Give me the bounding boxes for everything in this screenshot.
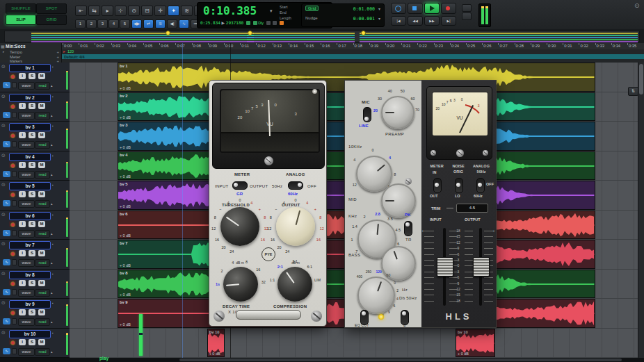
- track-playlist-icon[interactable]: ▴: [51, 349, 53, 354]
- track-i-button[interactable]: I: [19, 103, 26, 109]
- ruler-tick-label[interactable]: 0:11: [241, 44, 249, 48]
- track-m-button[interactable]: M: [38, 250, 45, 256]
- ruler-tick-label[interactable]: 0:10: [225, 44, 233, 48]
- track-name[interactable]: bv 4: [9, 153, 51, 161]
- stop-button[interactable]: [408, 3, 423, 14]
- edit-tool-0[interactable]: ⇤: [75, 6, 87, 16]
- track-playlist-icon[interactable]: ▴: [51, 231, 53, 236]
- track-name[interactable]: bv 10: [9, 330, 51, 338]
- track-gear-icon[interactable]: ⊙: [1, 153, 6, 158]
- ruler-tick-label[interactable]: 0:18: [355, 44, 362, 48]
- track-s-button[interactable]: S: [29, 162, 35, 168]
- record-button[interactable]: [441, 3, 456, 14]
- transport-nav-0[interactable]: |◀: [391, 16, 406, 26]
- track-name-caret-icon[interactable]: ▪: [52, 65, 54, 69]
- ruler-tick-label[interactable]: 0:23: [435, 44, 443, 48]
- track-header-bv-7[interactable]: ⊙bv 7▪ISM∿waveread▴: [0, 240, 70, 270]
- ruler-tick-label[interactable]: 0:08: [193, 44, 201, 48]
- hls-noise-lo-value[interactable]: LO: [455, 194, 460, 198]
- ruler-view-icon[interactable]: ▦: [1, 44, 5, 49]
- track-i-button[interactable]: I: [19, 132, 26, 138]
- track-gear-icon[interactable]: ⊙: [1, 271, 6, 277]
- ruler-tick-label[interactable]: 0:22: [419, 44, 426, 48]
- main-counter[interactable]: 0:10.385: [203, 4, 257, 17]
- track-m-button[interactable]: M: [38, 132, 45, 138]
- track-header-bv-3[interactable]: ⊙bv 3▪ISM∿waveread▴: [0, 122, 70, 151]
- nudge-value[interactable]: 0:00.001: [353, 16, 375, 22]
- track-options-box[interactable]: [12, 82, 17, 88]
- metronome-button[interactable]: [462, 4, 472, 12]
- track-name-caret-icon[interactable]: ▪: [52, 301, 54, 305]
- track-gear-icon[interactable]: ⊙: [1, 300, 6, 306]
- input-fader-handle[interactable]: [437, 257, 453, 277]
- hls-meter-in-value[interactable]: IN: [433, 170, 437, 174]
- track-s-button[interactable]: S: [29, 250, 35, 256]
- ruler-tick-label[interactable]: 0:32: [580, 44, 588, 48]
- countoff-button[interactable]: [462, 13, 472, 20]
- track-wave-view-button[interactable]: wave: [18, 200, 35, 208]
- track-options-box[interactable]: [12, 200, 17, 206]
- link-tool-0[interactable]: ∿: [179, 19, 189, 28]
- online-button[interactable]: [391, 3, 406, 14]
- zoom-preset-5[interactable]: 5: [120, 19, 130, 28]
- track-wave-view-button[interactable]: wave: [18, 259, 35, 267]
- track-record-button[interactable]: [9, 162, 16, 168]
- track-i-button[interactable]: I: [19, 280, 26, 286]
- track-m-button[interactable]: M: [38, 191, 45, 197]
- track-s-button[interactable]: S: [29, 191, 35, 197]
- track-header-bv-9[interactable]: ⊙bv 9▪ISM∿waveread▴: [0, 299, 70, 329]
- edit-tool-2[interactable]: ▸: [102, 6, 113, 16]
- track-name-caret-icon[interactable]: ▪: [52, 183, 54, 187]
- ruler-tick-label[interactable]: 0:16: [322, 44, 330, 48]
- mode-grid-button[interactable]: GRID: [36, 15, 67, 25]
- mode-slip-button[interactable]: SLIP: [6, 15, 36, 25]
- zoom-preset-2[interactable]: 2: [86, 19, 97, 28]
- track-record-button[interactable]: [9, 309, 16, 315]
- hls-analog-60hz-value[interactable]: 60Hz: [474, 194, 483, 198]
- ruler-tick-label[interactable]: 0:04: [129, 44, 136, 48]
- track-gear-icon[interactable]: ⊙: [1, 212, 6, 217]
- ruler-tick-label[interactable]: 0:21: [403, 44, 410, 48]
- overview-marker-dot[interactable]: [166, 31, 170, 35]
- track-m-button[interactable]: M: [38, 339, 45, 345]
- clip-gain-label[interactable]: + 0 dB: [120, 174, 131, 179]
- track-i-button[interactable]: I: [19, 73, 26, 79]
- ruler-tick-label[interactable]: 0:13: [274, 44, 282, 48]
- track-gear-icon[interactable]: ⊙: [1, 123, 6, 129]
- status-icon[interactable]: [253, 21, 257, 25]
- status-icon[interactable]: [246, 21, 250, 25]
- ruler-tick-label[interactable]: 0:31: [564, 44, 572, 48]
- transport-nav-1[interactable]: ◀◀: [408, 16, 423, 26]
- ruler-tick-label[interactable]: 0:15: [306, 44, 314, 48]
- track-s-button[interactable]: S: [29, 132, 35, 138]
- track-wave-view-button[interactable]: wave: [18, 171, 35, 179]
- track-name[interactable]: bv 1: [9, 64, 51, 72]
- track-name[interactable]: bv 6: [9, 212, 51, 220]
- track-name[interactable]: bv 9: [9, 300, 51, 308]
- minsec-ruler[interactable]: 0:000:010:020:030:040:050:060:070:080:09…: [0, 43, 644, 49]
- track-s-button[interactable]: S: [29, 221, 35, 227]
- track-options-box[interactable]: [12, 289, 17, 295]
- track-record-button[interactable]: [9, 132, 16, 138]
- transport-nav-3[interactable]: ▶|: [441, 16, 456, 26]
- ruler-tick-label[interactable]: 0:28: [516, 44, 524, 48]
- track-s-button[interactable]: S: [29, 280, 35, 286]
- ruler-tick-label[interactable]: 0:06: [161, 44, 168, 48]
- ruler-tick-label[interactable]: 0:29: [532, 44, 540, 48]
- edit-tool-1[interactable]: ⇆: [88, 6, 100, 16]
- ruler-tick-label[interactable]: 0:19: [371, 44, 378, 48]
- ruler-tick-label[interactable]: 0:12: [257, 44, 265, 48]
- track-i-button[interactable]: I: [19, 339, 26, 345]
- track-name[interactable]: bv 3: [9, 123, 51, 131]
- ruler-tick-label[interactable]: 0:03: [113, 44, 120, 48]
- ruler-tick-label[interactable]: 0:26: [483, 44, 491, 48]
- track-options-box[interactable]: [12, 318, 17, 324]
- track-options-box[interactable]: [12, 112, 17, 118]
- ruler-tick-label[interactable]: 0:01: [80, 44, 88, 48]
- ruler-tick-label[interactable]: 0:27: [499, 44, 507, 48]
- track-wave-view-button[interactable]: wave: [18, 230, 35, 238]
- track-s-button[interactable]: S: [29, 103, 35, 109]
- track-wave-view-button[interactable]: wave: [18, 82, 35, 90]
- meter-value[interactable]: Default: 4/4: [64, 55, 85, 59]
- track-i-button[interactable]: I: [19, 309, 26, 315]
